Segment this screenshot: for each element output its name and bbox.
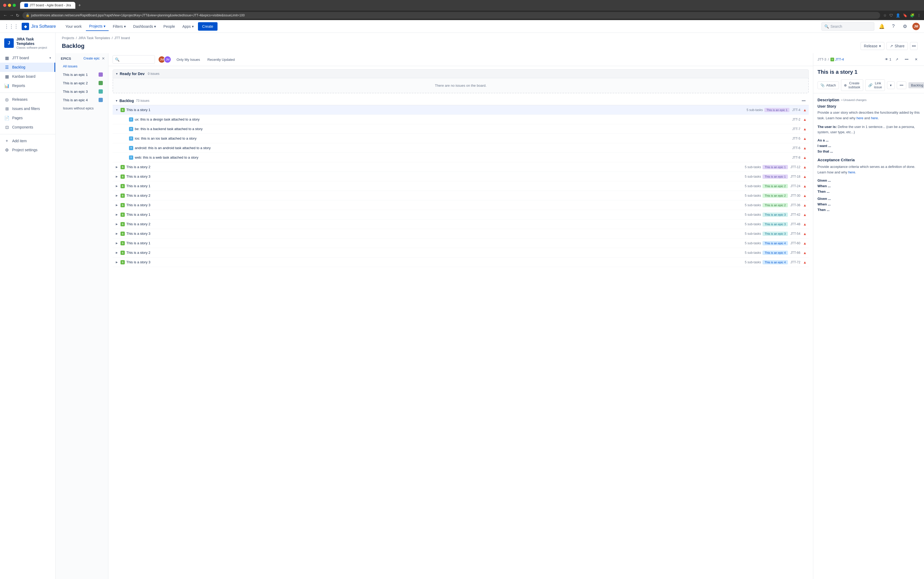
breadcrumb-jtt[interactable]: JIRA Task Templates	[78, 36, 110, 40]
rp-close-button[interactable]: ✕	[913, 56, 920, 62]
issue-row-jtt2[interactable]: T ux: this is a design task attached to …	[113, 115, 809, 124]
issues-no-epics[interactable]: Issues without epics	[61, 105, 105, 112]
reload-button[interactable]: ↻	[16, 13, 19, 18]
rp-share-button[interactable]: ↗	[893, 56, 901, 62]
maximize-dot[interactable]	[13, 4, 16, 7]
epic-tag-jtt4[interactable]: This is an epic 1	[764, 108, 790, 112]
share-button[interactable]: ↗ Share	[886, 42, 908, 50]
epic-tag-jtt18[interactable]: This is an epic 1	[762, 175, 788, 179]
sprint-header[interactable]: ▾ Ready for Dev 0 issues	[113, 69, 809, 78]
issue-row-jtt12[interactable]: ▶ S This is a story 2 5 sub-tasks This i…	[113, 162, 809, 172]
sidebar-item-issues[interactable]: ⊞ Issues and filters	[0, 104, 55, 113]
expand-icon-jtt36[interactable]: ▶	[115, 203, 119, 207]
expand-icon-jtt72[interactable]: ▶	[115, 260, 119, 264]
close-dot[interactable]	[3, 4, 7, 7]
more-options-button[interactable]: •••	[910, 42, 917, 50]
issue-row-jtt72[interactable]: ▶ S This is a story 3 5 sub-tasks This i…	[113, 257, 809, 267]
breadcrumb-projects[interactable]: Projects	[62, 36, 74, 40]
expand-icon-jtt48[interactable]: ▶	[115, 222, 119, 226]
help-icon[interactable]: ?	[889, 22, 898, 31]
nav-projects[interactable]: Projects ▾	[86, 22, 109, 31]
expand-icon-jtt30[interactable]: ▶	[115, 193, 119, 198]
issue-row-jtt4[interactable]: ▼ S This is a story 1 5 sub-tasks This i…	[113, 105, 809, 115]
issue-row-jtt42[interactable]: ▶ S This is a story 1 5 sub-tasks This i…	[113, 210, 809, 219]
user-avatar[interactable]: JM	[913, 23, 920, 30]
search-box[interactable]: 🔍 Search	[821, 22, 874, 31]
create-subtask-button[interactable]: ⊕ Create subtask	[841, 79, 863, 91]
epic-tag-jtt36[interactable]: This is an epic 2	[762, 203, 788, 207]
breadcrumb-board[interactable]: JTT board	[114, 36, 130, 40]
sidebar-item-pages[interactable]: 📄 Pages	[0, 113, 55, 123]
nav-apps[interactable]: Apps ▾	[179, 22, 197, 31]
epic-tag-jtt48[interactable]: This is an epic 3	[762, 222, 788, 226]
backlog-header[interactable]: ▾ Backlog 73 issues •••	[113, 96, 809, 105]
sidebar-item-backlog[interactable]: ☰ Backlog	[0, 63, 55, 72]
grid-icon[interactable]: ⋮⋮⋮	[4, 23, 18, 29]
status-dropdown[interactable]: Backlog ▾	[908, 82, 924, 88]
forward-button[interactable]: →	[10, 13, 14, 18]
bookmark-icon[interactable]: ☆	[883, 13, 887, 18]
menu-icon[interactable]: ⋮	[917, 13, 921, 18]
epic-item-2[interactable]: This is an epic 2	[61, 79, 105, 87]
issue-row-jtt7[interactable]: T be: this is a backend task attached to…	[113, 124, 809, 134]
issue-row-jtt66[interactable]: ▶ S This is a story 2 5 sub-tasks This i…	[113, 248, 809, 257]
sidebar-item-reports[interactable]: 📊 Reports	[0, 81, 55, 90]
release-button[interactable]: Release ▾	[860, 42, 884, 50]
watch-count[interactable]: 👁 1	[885, 57, 891, 61]
create-button[interactable]: Create	[198, 22, 217, 31]
all-issues-item[interactable]: All issues	[61, 63, 105, 70]
rp-issue-link[interactable]: S JTT-4	[831, 57, 844, 61]
rp-more-button[interactable]: •••	[903, 56, 911, 62]
backlog-more-button[interactable]: •••	[802, 99, 806, 103]
epic-tag-jtt30[interactable]: This is an epic 2	[762, 193, 788, 198]
sidebar-item-releases[interactable]: ◎ Releases	[0, 95, 55, 104]
issue-row-jtt54[interactable]: ▶ S This is a story 3 5 sub-tasks This i…	[113, 229, 809, 239]
link-issue-button[interactable]: 🔗 Link issue	[865, 79, 885, 91]
only-my-issues-toggle[interactable]: Only My Issues	[175, 57, 202, 63]
expand-icon-jtt4[interactable]: ▼	[115, 108, 119, 112]
expand-icon-jtt42[interactable]: ▶	[115, 213, 119, 217]
epic-tag-jtt12[interactable]: This is an epic 1	[762, 165, 788, 169]
expand-icon-jtt54[interactable]: ▶	[115, 232, 119, 236]
settings-icon[interactable]: ⚙	[901, 22, 909, 31]
close-epics-button[interactable]: ✕	[102, 56, 105, 61]
issue-row-jtt36[interactable]: ▶ S This is a story 3 5 sub-tasks This i…	[113, 200, 809, 210]
issue-row-jtt6[interactable]: T android: this is an android task attac…	[113, 143, 809, 153]
sidebar-item-add[interactable]: + Add item	[0, 136, 55, 146]
epic-tag-jtt24[interactable]: This is an epic 2	[762, 184, 788, 188]
nav-people[interactable]: People	[160, 22, 178, 31]
issue-row-jtt18[interactable]: ▶ S This is a story 3 5 sub-tasks This i…	[113, 172, 809, 182]
expand-icon-jtt60[interactable]: ▶	[115, 241, 119, 245]
acceptance-link[interactable]: here	[848, 170, 855, 174]
back-button[interactable]: ←	[3, 13, 7, 18]
nav-your-work[interactable]: Your work	[62, 22, 85, 31]
expand-icon-jtt12[interactable]: ▶	[115, 165, 119, 169]
browser-tab[interactable]: JTT board - Agile Board - Jira	[20, 2, 75, 9]
epic-tag-jtt60[interactable]: This is an epic 4	[762, 241, 788, 245]
epic-item-4[interactable]: This is an epic 4	[61, 96, 105, 104]
user-story-link-1[interactable]: here	[856, 116, 863, 120]
nav-filters[interactable]: Filters ▾	[110, 22, 129, 31]
filter-search[interactable]: 🔍	[113, 55, 155, 64]
epic-item-3[interactable]: This is an epic 3	[61, 88, 105, 95]
create-epic-link[interactable]: Create epic	[83, 57, 100, 60]
user-story-link-2[interactable]: here	[871, 116, 878, 120]
nav-dashboards[interactable]: Dashboards ▾	[130, 22, 159, 31]
attach-button[interactable]: 📎 Attach	[818, 82, 839, 89]
sidebar-item-settings[interactable]: ⚙ Project settings	[0, 146, 55, 155]
issue-row-jtt8[interactable]: T web: this is a web task attached to a …	[113, 153, 809, 162]
issue-row-jtt60[interactable]: ▶ S This is a story 1 5 sub-tasks This i…	[113, 239, 809, 248]
url-bar[interactable]: 🔒 judsonlmoore.atlassian.net/secure/Rapi…	[23, 12, 880, 19]
minimize-dot[interactable]	[8, 4, 11, 7]
sidebar-item-kanban[interactable]: ▦ Kanban board	[0, 72, 55, 81]
avatar-2[interactable]: JM	[164, 56, 171, 63]
notifications-icon[interactable]: 🔔	[877, 22, 886, 31]
epic-tag-jtt42[interactable]: This is an epic 3	[762, 213, 788, 217]
expand-icon-jtt66[interactable]: ▶	[115, 251, 119, 255]
expand-icon-jtt18[interactable]: ▶	[115, 175, 119, 179]
issue-row-jtt24[interactable]: ▶ S This is a story 1 5 sub-tasks This i…	[113, 182, 809, 191]
search-input[interactable]	[121, 58, 152, 62]
new-tab-button[interactable]: +	[78, 3, 81, 8]
epic-tag-jtt72[interactable]: This is an epic 4	[762, 260, 788, 264]
epic-tag-jtt66[interactable]: This is an epic 4	[762, 251, 788, 255]
